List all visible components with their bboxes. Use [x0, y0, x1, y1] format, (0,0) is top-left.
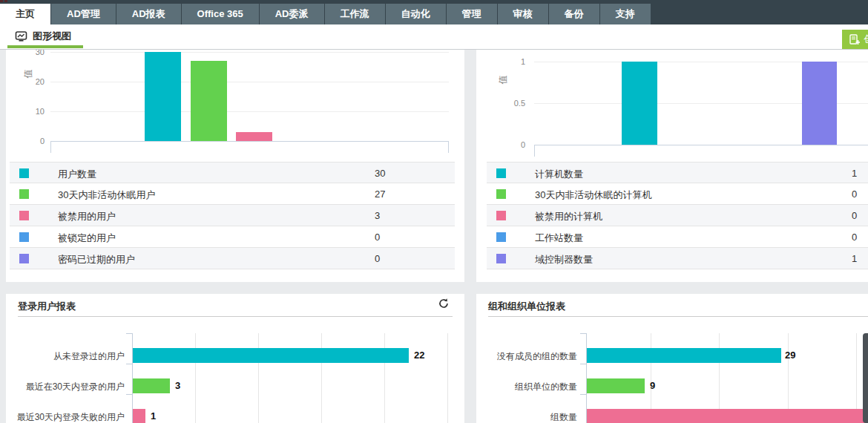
swatch-green	[496, 189, 506, 199]
legend-value: 1	[852, 253, 857, 264]
nav-tabs: 主页 AD管理 AD报表 Office 365 AD委派 工作流 自动化 管理 …	[0, 4, 651, 24]
computer-report-panel: 值 1 0.5 0 计算机数量 1 30天内非活动休眠的计算机 0 被禁用的计算…	[476, 50, 868, 282]
swatch-blue	[19, 232, 29, 242]
sub-header: 图形视图 创	[0, 24, 868, 50]
graph-view-icon	[15, 30, 27, 46]
user-report-panel: 值 30 20 10 0 用户数量 30 30天内非活动休眠用户 27 被禁用的…	[6, 50, 464, 282]
gridline	[447, 333, 448, 423]
y-tick-10: 10	[19, 106, 45, 117]
swatch-pink	[496, 211, 506, 220]
bar-computer-count[interactable]	[622, 62, 657, 145]
bar-disabled-users[interactable]	[236, 132, 272, 141]
nav-tab-ad-delegation[interactable]: AD委派	[260, 4, 325, 24]
user-legend-table: 用户数量 30 30天内非活动休眠用户 27 被禁用的用户 3 被锁定的用户 0…	[10, 162, 455, 269]
legend-row-dc-count[interactable]: 域控制器数量 1	[487, 248, 868, 269]
legend-row-workstation-count[interactable]: 工作站数量 0	[487, 226, 868, 248]
legend-value: 0	[852, 188, 857, 200]
legend-row-disabled-computers[interactable]: 被禁用的计算机 0	[487, 205, 868, 226]
swatch-pink	[19, 211, 29, 220]
vertical-scrollbar-thumb[interactable]	[863, 333, 868, 423]
refresh-icon[interactable]	[438, 298, 453, 312]
nav-tab-automation[interactable]: 自动化	[386, 4, 447, 24]
category-label: 从未登录过的用户	[9, 350, 125, 363]
header-divider	[18, 316, 453, 317]
category-label: 最近30天内登录失败的用户	[9, 411, 125, 423]
category-label: 没有成员的组的数量	[479, 350, 577, 363]
bar-logged-on-30-days[interactable]	[133, 378, 170, 393]
group-ou-report-panel: 组和组织单位报表 没有成员的组的数量 组织单位的数量 组数量 29 9	[476, 294, 868, 423]
legend-label: 被锁定的用户	[58, 232, 116, 245]
bar-inactive-users[interactable]	[191, 61, 227, 141]
create-button-label: 创	[864, 30, 868, 49]
legend-value: 0	[375, 232, 380, 243]
x-axis-line	[50, 141, 449, 142]
group-panel-title: 组和组织单位报表	[488, 300, 565, 313]
bar-value: 1	[151, 409, 156, 423]
nav-tab-audit[interactable]: 审核	[498, 4, 549, 24]
y-tick-0: 0	[503, 140, 525, 150]
axis-tick	[126, 364, 132, 364]
computer-legend-table: 计算机数量 1 30天内非活动休眠的计算机 0 被禁用的计算机 0 工作站数量 …	[487, 162, 868, 269]
y-tick-20: 20	[19, 76, 45, 87]
legend-label: 30天内非活动休眠用户	[58, 188, 155, 202]
bar-value: 22	[414, 348, 424, 363]
legend-label: 30天内非活动休眠的计算机	[535, 188, 651, 202]
x-axis-line	[534, 145, 868, 145]
legend-value: 0	[852, 210, 857, 221]
axis-tick	[580, 364, 586, 364]
legend-row-computer-count[interactable]: 计算机数量 1	[487, 162, 868, 183]
nav-tab-home[interactable]: 主页	[0, 4, 51, 24]
legend-value: 27	[375, 188, 385, 200]
create-document-icon	[849, 34, 860, 45]
y-tick-0.5: 0.5	[503, 98, 525, 108]
bar-value: 9	[650, 378, 655, 393]
legend-value: 1	[852, 168, 857, 179]
gridline	[50, 111, 449, 112]
y-tick-0: 0	[19, 136, 45, 146]
bar-ou-count[interactable]	[587, 378, 645, 393]
logon-report-panel: 登录用户报表 从未登录过的用户 最近在30天内登录的用户 最近30天内登录失败的…	[6, 294, 464, 423]
legend-value: 0	[375, 253, 380, 264]
bar-groups-without-members[interactable]	[587, 348, 781, 363]
swatch-teal	[496, 168, 506, 178]
top-nav-bar: 主页 AD管理 AD报表 Office 365 AD委派 工作流 自动化 管理 …	[0, 0, 868, 24]
category-label: 组织单位的数量	[479, 381, 577, 393]
legend-row-locked-users[interactable]: 被锁定的用户 0	[10, 226, 455, 248]
nav-tab-backup[interactable]: 备份	[549, 4, 600, 24]
legend-label: 计算机数量	[535, 168, 583, 181]
logon-panel-title: 登录用户报表	[18, 300, 76, 313]
nav-tab-ad-reports[interactable]: AD报表	[116, 4, 182, 24]
legend-value: 3	[375, 210, 380, 221]
bar-never-logged-on[interactable]	[133, 348, 409, 363]
bar-logon-failed-30-days[interactable]	[133, 409, 145, 423]
logo-sliver	[0, 0, 8, 2]
axis-tick	[580, 333, 586, 334]
gridline	[384, 333, 385, 423]
legend-label: 用户数量	[58, 168, 96, 181]
gridline	[321, 333, 322, 423]
bar-domain-controller-count[interactable]	[802, 62, 837, 145]
nav-tab-admin[interactable]: 管理	[447, 4, 498, 24]
bar-group-count[interactable]	[587, 409, 868, 423]
axis-tick	[126, 394, 132, 395]
legend-row-disabled-users[interactable]: 被禁用的用户 3	[10, 205, 455, 226]
gridline	[50, 52, 449, 53]
swatch-blue	[496, 232, 506, 242]
gridline	[195, 333, 196, 423]
nav-tab-office-365[interactable]: Office 365	[182, 4, 260, 24]
legend-row-inactive-users[interactable]: 30天内非活动休眠用户 27	[10, 183, 455, 205]
create-button[interactable]: 创	[842, 30, 868, 49]
legend-row-user-count[interactable]: 用户数量 30	[10, 162, 455, 183]
legend-label: 密码已过期的用户	[58, 253, 135, 266]
swatch-teal	[19, 168, 29, 178]
bar-user-count[interactable]	[145, 52, 181, 141]
nav-tab-ad-management[interactable]: AD管理	[51, 4, 116, 24]
legend-label: 工作站数量	[535, 232, 583, 245]
header-divider	[488, 316, 868, 317]
legend-row-inactive-computers[interactable]: 30天内非活动休眠的计算机 0	[487, 183, 868, 205]
legend-row-pwd-expired-users[interactable]: 密码已过期的用户 0	[10, 248, 455, 269]
swatch-purple	[496, 254, 506, 263]
nav-tab-support[interactable]: 支持	[600, 4, 651, 24]
nav-tab-workflow[interactable]: 工作流	[325, 4, 386, 24]
axis-tick	[580, 394, 586, 395]
